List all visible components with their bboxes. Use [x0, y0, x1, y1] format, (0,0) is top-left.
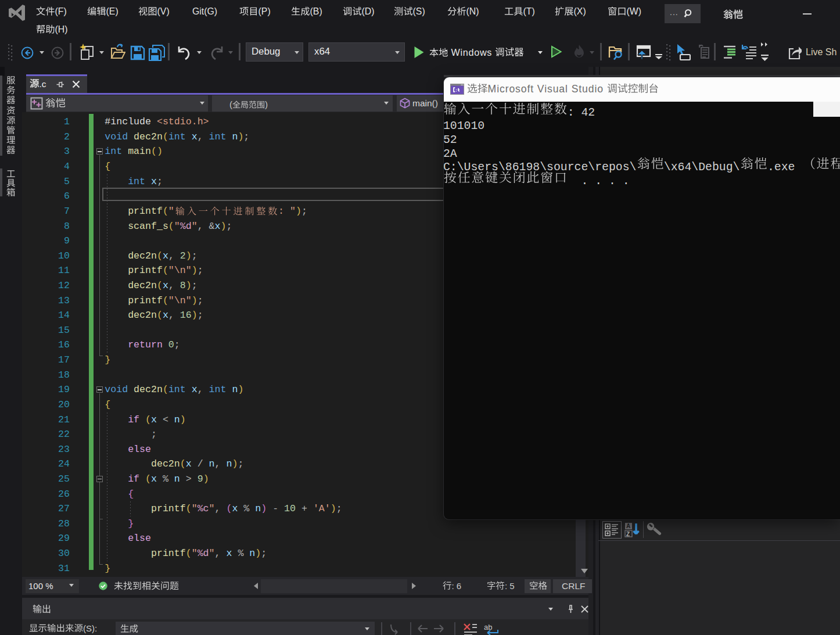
svg-text:ab: ab — [484, 623, 492, 632]
svg-text:A: A — [626, 523, 630, 529]
svg-text:Z: Z — [626, 531, 630, 537]
